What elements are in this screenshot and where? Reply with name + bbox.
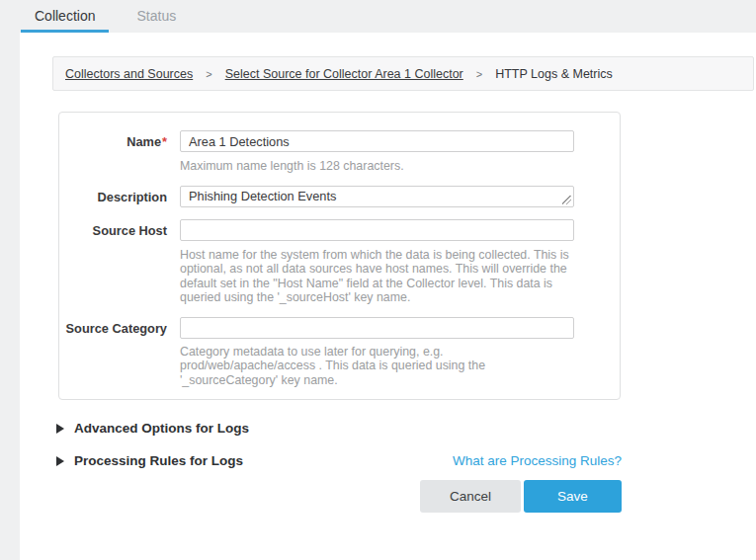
section-processing-rules-for-logs[interactable]: Processing Rules for Logs <box>56 453 243 468</box>
tab-status[interactable]: Status <box>123 2 190 33</box>
breadcrumb: Collectors and Sources > Select Source f… <box>52 56 754 91</box>
cancel-button[interactable]: Cancel <box>420 480 521 513</box>
section-label: Processing Rules for Logs <box>74 453 243 468</box>
expand-triangle-icon <box>56 424 64 434</box>
action-button-row: Cancel Save <box>56 480 622 513</box>
save-button[interactable]: Save <box>524 480 622 513</box>
breadcrumb-separator: > <box>206 68 211 80</box>
name-row: Name* Maximum name length is 128 charact… <box>59 130 620 174</box>
name-input[interactable] <box>180 130 574 152</box>
description-row: Description Phishing Detection Events <box>59 186 620 207</box>
source-category-input[interactable] <box>180 317 574 339</box>
name-label: Name* <box>59 130 180 174</box>
expand-triangle-icon <box>56 456 64 466</box>
breadcrumb-collectors-and-sources[interactable]: Collectors and Sources <box>65 67 193 81</box>
breadcrumb-select-source[interactable]: Select Source for Collector Area 1 Colle… <box>225 67 463 81</box>
breadcrumb-separator: > <box>476 68 482 80</box>
name-label-text: Name <box>126 134 161 149</box>
content-panel: Collectors and Sources > Select Source f… <box>20 33 756 560</box>
source-category-row: Source Category Category metadata to use… <box>59 317 620 388</box>
name-help-text: Maximum name length is 128 characters. <box>180 159 575 174</box>
what-are-processing-rules-link[interactable]: What are Processing Rules? <box>453 453 622 468</box>
required-asterisk: * <box>162 134 167 149</box>
tab-collection[interactable]: Collection <box>21 2 109 33</box>
collapsible-sections: Advanced Options for Logs Processing Rul… <box>56 421 622 513</box>
description-label: Description <box>59 186 180 207</box>
source-host-label: Source Host <box>59 219 180 305</box>
source-host-help-text: Host name for the system from which the … <box>180 248 575 305</box>
section-label: Advanced Options for Logs <box>74 421 249 436</box>
resize-handle-icon[interactable] <box>562 196 571 204</box>
section-advanced-options-for-logs[interactable]: Advanced Options for Logs <box>56 421 622 436</box>
source-host-row: Source Host Host name for the system fro… <box>59 219 620 305</box>
source-category-help-text: Category metadata to use later for query… <box>180 345 575 388</box>
source-config-card: Name* Maximum name length is 128 charact… <box>58 112 621 400</box>
breadcrumb-current-http-logs-metrics: HTTP Logs & Metrics <box>495 67 613 81</box>
source-category-label: Source Category <box>59 317 180 388</box>
source-host-input[interactable] <box>180 219 574 241</box>
tab-bar: Collection Status <box>0 0 756 33</box>
description-textarea[interactable]: Phishing Detection Events <box>180 186 574 207</box>
